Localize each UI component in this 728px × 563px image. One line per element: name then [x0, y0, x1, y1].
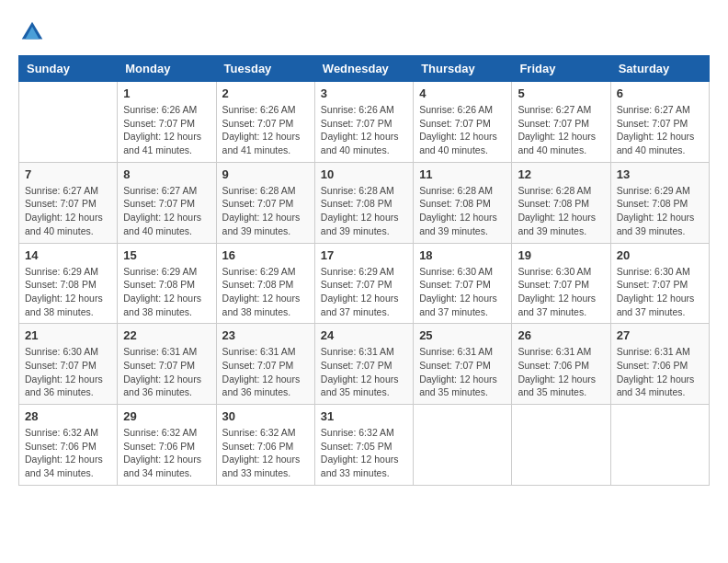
- calendar-cell: 29Sunrise: 6:32 AM Sunset: 7:06 PM Dayli…: [118, 405, 216, 486]
- calendar-cell: 30Sunrise: 6:32 AM Sunset: 7:06 PM Dayli…: [216, 405, 314, 486]
- day-number: 7: [25, 167, 111, 181]
- day-info: Sunrise: 6:27 AM Sunset: 7:07 PM Dayligh…: [25, 184, 111, 238]
- day-info: Sunrise: 6:28 AM Sunset: 7:08 PM Dayligh…: [321, 184, 407, 238]
- calendar: SundayMondayTuesdayWednesdayThursdayFrid…: [18, 55, 710, 486]
- day-info: Sunrise: 6:31 AM Sunset: 7:06 PM Dayligh…: [518, 345, 604, 399]
- calendar-cell: 4Sunrise: 6:26 AM Sunset: 7:07 PM Daylig…: [414, 82, 512, 163]
- calendar-cell: 20Sunrise: 6:30 AM Sunset: 7:07 PM Dayli…: [610, 243, 709, 324]
- calendar-cell: 11Sunrise: 6:28 AM Sunset: 7:08 PM Dayli…: [414, 162, 512, 243]
- calendar-cell: 31Sunrise: 6:32 AM Sunset: 7:05 PM Dayli…: [314, 405, 413, 486]
- calendar-cell: 1Sunrise: 6:26 AM Sunset: 7:07 PM Daylig…: [118, 82, 216, 163]
- day-number: 29: [123, 409, 210, 423]
- day-info: Sunrise: 6:27 AM Sunset: 7:07 PM Dayligh…: [123, 184, 210, 238]
- column-header-tuesday: Tuesday: [216, 56, 314, 82]
- logo: [18, 18, 50, 46]
- day-number: 20: [617, 248, 703, 262]
- day-number: 5: [518, 86, 604, 100]
- day-number: 3: [321, 86, 407, 100]
- calendar-cell: 27Sunrise: 6:31 AM Sunset: 7:06 PM Dayli…: [610, 324, 709, 405]
- day-info: Sunrise: 6:31 AM Sunset: 7:07 PM Dayligh…: [123, 345, 210, 399]
- day-number: 27: [617, 328, 703, 342]
- day-number: 17: [321, 248, 407, 262]
- day-number: 21: [25, 328, 111, 342]
- calendar-cell: [610, 405, 709, 486]
- day-number: 14: [25, 248, 111, 262]
- day-number: 25: [419, 328, 506, 342]
- day-info: Sunrise: 6:26 AM Sunset: 7:07 PM Dayligh…: [222, 103, 309, 157]
- day-number: 6: [617, 86, 703, 100]
- day-info: Sunrise: 6:31 AM Sunset: 7:07 PM Dayligh…: [321, 345, 407, 399]
- day-number: 12: [518, 167, 604, 181]
- calendar-cell: 6Sunrise: 6:27 AM Sunset: 7:07 PM Daylig…: [610, 82, 709, 163]
- page-header: [18, 18, 710, 46]
- column-header-monday: Monday: [118, 56, 216, 82]
- calendar-cell: 5Sunrise: 6:27 AM Sunset: 7:07 PM Daylig…: [512, 82, 610, 163]
- calendar-cell: 13Sunrise: 6:29 AM Sunset: 7:08 PM Dayli…: [610, 162, 709, 243]
- day-info: Sunrise: 6:32 AM Sunset: 7:05 PM Dayligh…: [321, 426, 407, 480]
- day-info: Sunrise: 6:29 AM Sunset: 7:08 PM Dayligh…: [617, 184, 703, 238]
- day-number: 23: [222, 328, 309, 342]
- day-info: Sunrise: 6:28 AM Sunset: 7:07 PM Dayligh…: [222, 184, 309, 238]
- calendar-cell: 24Sunrise: 6:31 AM Sunset: 7:07 PM Dayli…: [314, 324, 413, 405]
- day-info: Sunrise: 6:28 AM Sunset: 7:08 PM Dayligh…: [419, 184, 506, 238]
- day-info: Sunrise: 6:32 AM Sunset: 7:06 PM Dayligh…: [123, 426, 210, 480]
- calendar-cell: 17Sunrise: 6:29 AM Sunset: 7:07 PM Dayli…: [314, 243, 413, 324]
- day-info: Sunrise: 6:26 AM Sunset: 7:07 PM Dayligh…: [321, 103, 407, 157]
- calendar-cell: 18Sunrise: 6:30 AM Sunset: 7:07 PM Dayli…: [414, 243, 512, 324]
- calendar-cell: [19, 82, 118, 163]
- day-info: Sunrise: 6:29 AM Sunset: 7:08 PM Dayligh…: [25, 265, 111, 319]
- day-number: 30: [222, 409, 309, 423]
- day-info: Sunrise: 6:31 AM Sunset: 7:07 PM Dayligh…: [222, 345, 309, 399]
- calendar-cell: 9Sunrise: 6:28 AM Sunset: 7:07 PM Daylig…: [216, 162, 314, 243]
- calendar-cell: 26Sunrise: 6:31 AM Sunset: 7:06 PM Dayli…: [512, 324, 610, 405]
- calendar-week-3: 14Sunrise: 6:29 AM Sunset: 7:08 PM Dayli…: [19, 243, 710, 324]
- calendar-week-5: 28Sunrise: 6:32 AM Sunset: 7:06 PM Dayli…: [19, 405, 710, 486]
- day-info: Sunrise: 6:32 AM Sunset: 7:06 PM Dayligh…: [222, 426, 309, 480]
- day-number: 10: [321, 167, 407, 181]
- column-header-saturday: Saturday: [610, 56, 709, 82]
- day-number: 19: [518, 248, 604, 262]
- calendar-week-4: 21Sunrise: 6:30 AM Sunset: 7:07 PM Dayli…: [19, 324, 710, 405]
- calendar-week-2: 7Sunrise: 6:27 AM Sunset: 7:07 PM Daylig…: [19, 162, 710, 243]
- calendar-cell: 10Sunrise: 6:28 AM Sunset: 7:08 PM Dayli…: [314, 162, 413, 243]
- day-number: 16: [222, 248, 309, 262]
- day-info: Sunrise: 6:28 AM Sunset: 7:08 PM Dayligh…: [518, 184, 604, 238]
- day-number: 11: [419, 167, 506, 181]
- day-number: 15: [123, 248, 210, 262]
- calendar-cell: 16Sunrise: 6:29 AM Sunset: 7:08 PM Dayli…: [216, 243, 314, 324]
- day-info: Sunrise: 6:31 AM Sunset: 7:07 PM Dayligh…: [419, 345, 506, 399]
- day-number: 18: [419, 248, 506, 262]
- day-number: 31: [321, 409, 407, 423]
- day-number: 1: [123, 86, 210, 100]
- day-info: Sunrise: 6:26 AM Sunset: 7:07 PM Dayligh…: [419, 103, 506, 157]
- day-number: 2: [222, 86, 309, 100]
- day-number: 4: [419, 86, 506, 100]
- day-info: Sunrise: 6:30 AM Sunset: 7:07 PM Dayligh…: [518, 265, 604, 319]
- day-info: Sunrise: 6:27 AM Sunset: 7:07 PM Dayligh…: [617, 103, 703, 157]
- day-info: Sunrise: 6:29 AM Sunset: 7:08 PM Dayligh…: [123, 265, 210, 319]
- day-info: Sunrise: 6:31 AM Sunset: 7:06 PM Dayligh…: [617, 345, 703, 399]
- calendar-cell: 25Sunrise: 6:31 AM Sunset: 7:07 PM Dayli…: [414, 324, 512, 405]
- day-info: Sunrise: 6:30 AM Sunset: 7:07 PM Dayligh…: [617, 265, 703, 319]
- day-info: Sunrise: 6:29 AM Sunset: 7:07 PM Dayligh…: [321, 265, 407, 319]
- column-header-sunday: Sunday: [19, 56, 118, 82]
- column-header-wednesday: Wednesday: [314, 56, 413, 82]
- calendar-cell: 3Sunrise: 6:26 AM Sunset: 7:07 PM Daylig…: [314, 82, 413, 163]
- day-number: 9: [222, 167, 309, 181]
- calendar-cell: 14Sunrise: 6:29 AM Sunset: 7:08 PM Dayli…: [19, 243, 118, 324]
- calendar-cell: 19Sunrise: 6:30 AM Sunset: 7:07 PM Dayli…: [512, 243, 610, 324]
- calendar-cell: 22Sunrise: 6:31 AM Sunset: 7:07 PM Dayli…: [118, 324, 216, 405]
- calendar-cell: [414, 405, 512, 486]
- calendar-cell: 28Sunrise: 6:32 AM Sunset: 7:06 PM Dayli…: [19, 405, 118, 486]
- day-number: 26: [518, 328, 604, 342]
- logo-icon: [18, 18, 46, 46]
- column-header-friday: Friday: [512, 56, 610, 82]
- day-info: Sunrise: 6:30 AM Sunset: 7:07 PM Dayligh…: [25, 345, 111, 399]
- day-number: 28: [25, 409, 111, 423]
- calendar-cell: 12Sunrise: 6:28 AM Sunset: 7:08 PM Dayli…: [512, 162, 610, 243]
- calendar-cell: [512, 405, 610, 486]
- column-header-thursday: Thursday: [414, 56, 512, 82]
- day-info: Sunrise: 6:30 AM Sunset: 7:07 PM Dayligh…: [419, 265, 506, 319]
- day-number: 24: [321, 328, 407, 342]
- day-info: Sunrise: 6:26 AM Sunset: 7:07 PM Dayligh…: [123, 103, 210, 157]
